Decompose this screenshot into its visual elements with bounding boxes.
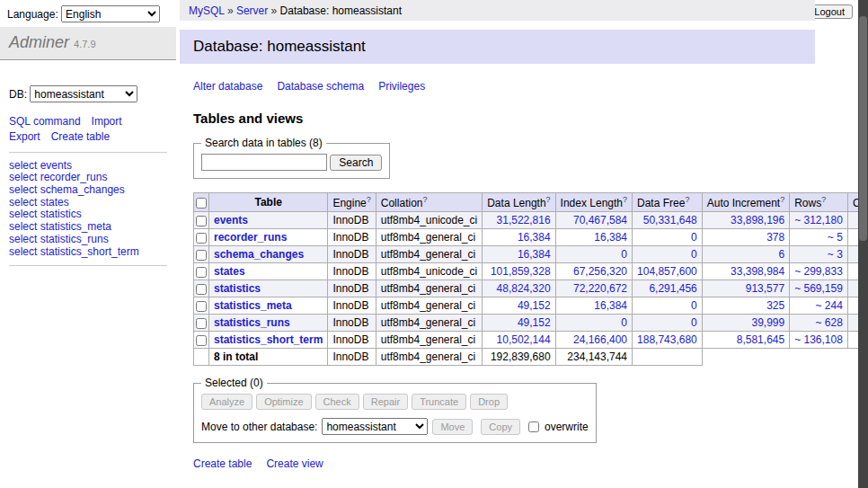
db-action-link[interactable]: Privileges [378, 80, 425, 93]
table-name-link[interactable]: events [214, 214, 248, 226]
help-icon[interactable]: ? [546, 195, 551, 204]
row-checkbox[interactable] [196, 335, 207, 346]
auto-increment-cell-link[interactable]: 6 [778, 248, 784, 261]
sidebar-action-link[interactable]: Import [92, 115, 122, 128]
table-name-link[interactable]: statistics_runs [214, 316, 290, 329]
index-length-cell-link[interactable]: 72,220,672 [573, 282, 627, 295]
data-length-cell-link[interactable]: 31,522,816 [497, 214, 551, 226]
sidebar-action-link[interactable]: Create table [51, 130, 110, 143]
column-header-rows[interactable]: Rows? [790, 193, 848, 212]
help-icon[interactable]: ? [367, 195, 371, 204]
truncate-button[interactable]: Truncate [412, 394, 466, 410]
sidebar-table-link[interactable]: select statistics_runs [9, 233, 167, 245]
auto-increment-cell-link[interactable]: 39,999 [751, 316, 784, 329]
rows-cell-link[interactable]: ~ 628 [816, 316, 843, 329]
index-length-cell-link[interactable]: 16,384 [594, 231, 627, 244]
table-name-link[interactable]: states [214, 265, 245, 278]
check-button[interactable]: Check [315, 394, 359, 410]
copy-button[interactable]: Copy [481, 419, 520, 435]
column-header-table[interactable]: Table [209, 193, 328, 212]
overwrite-checkbox[interactable] [528, 421, 539, 432]
data-length-cell-link[interactable]: 16,384 [518, 248, 551, 261]
data-free-cell-link[interactable]: 188,743,680 [637, 333, 697, 346]
data-free-cell-link[interactable]: 50,331,648 [643, 214, 697, 226]
index-length-cell-link[interactable]: 70,467,584 [573, 214, 627, 226]
data-free-cell-link[interactable]: 6,291,456 [649, 282, 696, 295]
breadcrumb-link[interactable]: MySQL [189, 4, 225, 17]
sidebar-action-link[interactable]: SQL command [9, 115, 81, 128]
drop-button[interactable]: Drop [470, 394, 508, 410]
column-header-data-free[interactable]: Data Free? [633, 193, 703, 212]
index-length-cell-link[interactable]: 0 [621, 316, 627, 329]
scrollbar-thumb[interactable] [859, 16, 867, 241]
sidebar-table-link[interactable]: select events [9, 159, 167, 172]
data-free-cell-link[interactable]: 0 [691, 299, 697, 312]
data-length-cell-link[interactable]: 16,384 [518, 231, 551, 244]
column-header-auto-increment[interactable]: Auto Increment? [702, 193, 789, 212]
auto-increment-cell-link[interactable]: 913,577 [746, 282, 784, 295]
row-checkbox[interactable] [196, 301, 207, 312]
db-action-link[interactable]: Database schema [277, 80, 364, 93]
vertical-scrollbar[interactable] [858, 0, 868, 488]
auto-increment-cell-link[interactable]: 33,898,196 [731, 214, 784, 226]
index-length-cell-link[interactable]: 24,166,400 [573, 333, 627, 346]
rows-cell-link[interactable]: ~ 3 [828, 248, 843, 261]
table-name-link[interactable]: statistics_meta [214, 299, 292, 312]
rows-cell-link[interactable]: ~ 244 [816, 299, 843, 312]
data-free-cell-link[interactable]: 104,857,600 [637, 265, 697, 278]
data-free-cell-link[interactable]: 0 [691, 316, 697, 329]
rows-cell-link[interactable]: ~ 312,180 [794, 214, 843, 226]
data-length-cell-link[interactable]: 49,152 [518, 299, 551, 312]
move-database-select[interactable]: homeassistant [322, 418, 428, 435]
search-input[interactable] [201, 154, 327, 171]
adminer-logo[interactable]: Adminer [9, 33, 69, 51]
row-checkbox[interactable] [196, 233, 207, 244]
column-header-engine[interactable]: Engine? [328, 193, 376, 212]
data-free-cell-link[interactable]: 0 [691, 231, 697, 244]
row-checkbox[interactable] [196, 318, 207, 329]
data-length-cell-link[interactable]: 101,859,328 [491, 265, 551, 278]
move-button[interactable]: Move [432, 419, 473, 435]
help-icon[interactable]: ? [821, 195, 826, 204]
help-icon[interactable]: ? [780, 195, 784, 204]
rows-cell-link[interactable]: ~ 136,108 [794, 333, 843, 346]
sidebar-table-link[interactable]: select schema_changes [9, 183, 167, 196]
help-icon[interactable]: ? [422, 195, 427, 204]
table-name-link[interactable]: statistics_short_term [214, 333, 323, 346]
sidebar-action-link[interactable]: Export [9, 130, 40, 143]
row-checkbox[interactable] [196, 216, 207, 226]
column-header-data-length[interactable]: Data Length? [483, 193, 555, 212]
data-free-cell-link[interactable]: 0 [691, 248, 697, 261]
sidebar-table-link[interactable]: select statistics [9, 209, 167, 221]
select-all-checkbox[interactable] [196, 198, 207, 209]
data-length-cell-link[interactable]: 49,152 [518, 316, 551, 329]
optimize-button[interactable]: Optimize [256, 394, 311, 410]
analyze-button[interactable]: Analyze [201, 394, 252, 410]
index-length-cell-link[interactable]: 16,384 [594, 299, 627, 312]
row-checkbox[interactable] [196, 250, 207, 261]
auto-increment-cell-link[interactable]: 33,398,984 [731, 265, 784, 278]
rows-cell-link[interactable]: ~ 299,833 [794, 265, 843, 278]
sidebar-table-link[interactable]: select statistics_short_term [9, 245, 167, 258]
create-link[interactable]: Create view [266, 457, 323, 470]
db-select[interactable]: homeassistant [30, 85, 137, 102]
table-name-link[interactable]: statistics [214, 282, 261, 295]
table-name-link[interactable]: recorder_runs [214, 231, 287, 244]
column-header-index-length[interactable]: Index Length? [555, 193, 632, 212]
sidebar-table-link[interactable]: select recorder_runs [9, 172, 167, 184]
data-length-cell-link[interactable]: 10,502,144 [497, 333, 551, 346]
auto-increment-cell-link[interactable]: 325 [766, 299, 784, 312]
search-button[interactable]: Search [330, 155, 382, 171]
row-checkbox[interactable] [196, 267, 207, 278]
data-length-cell-link[interactable]: 48,824,320 [497, 282, 551, 295]
repair-button[interactable]: Repair [363, 394, 408, 410]
rows-cell-link[interactable]: ~ 569,159 [794, 282, 843, 295]
help-icon[interactable]: ? [685, 195, 689, 204]
auto-increment-cell-link[interactable]: 378 [766, 231, 784, 244]
breadcrumb-link[interactable]: Server [236, 4, 268, 17]
sidebar-table-link[interactable]: select statistics_meta [9, 221, 167, 234]
auto-increment-cell-link[interactable]: 8,581,645 [737, 333, 784, 346]
language-select[interactable]: English [61, 5, 160, 22]
index-length-cell-link[interactable]: 0 [621, 248, 627, 261]
create-link[interactable]: Create table [193, 457, 252, 470]
